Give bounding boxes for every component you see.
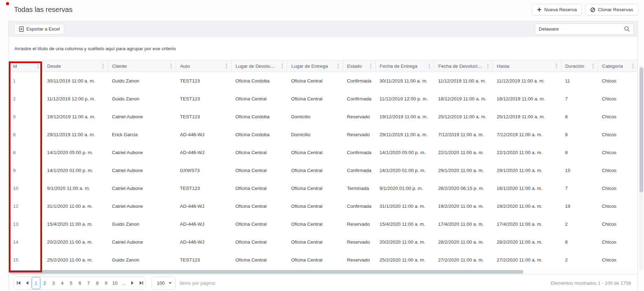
column-header-desde[interactable]: Desde⋮	[43, 60, 108, 72]
cell-hasta: 16/1/2020 11:00 a. m.	[492, 179, 561, 197]
cell-id: 8	[9, 144, 43, 161]
first-page-button[interactable]	[14, 277, 23, 289]
vertical-scrollbar-thumb[interactable]	[639, 67, 643, 192]
more-pages-button[interactable]: ...	[119, 277, 128, 289]
column-header-lugar-de-entrega[interactable]: Lugar de Entrega⋮	[287, 60, 343, 72]
column-header-duracion[interactable]: Duración⋮	[561, 60, 598, 72]
cell-hasta: 27/2/2020 11:00 a. m.	[492, 251, 561, 269]
column-header-label: Auto	[180, 64, 190, 69]
pagination-bar: 12345678910... 100 Items por página: Ele…	[9, 275, 637, 291]
page-button[interactable]: 9	[102, 277, 110, 289]
column-menu-icon[interactable]: ⋮	[101, 63, 106, 69]
search-input[interactable]	[539, 26, 621, 32]
column-header-label: Fecha de Entrega	[380, 64, 417, 69]
page-button[interactable]: 2	[40, 277, 49, 289]
cell-hasta: 19/2/2020 11:00 a. m.	[492, 197, 561, 215]
cell-hasta: 22/1/2020 11:00 a. m.	[492, 144, 561, 161]
cell-desde: 15/4/2020 11:00 a. m.	[43, 215, 108, 233]
cell-categoria: Chicos	[598, 72, 637, 90]
last-page-button[interactable]	[137, 277, 146, 289]
reservation-id-link[interactable]: 9	[13, 168, 16, 173]
column-menu-icon[interactable]: ⋮	[36, 63, 41, 69]
cell-lugar-de-devolu: Oficina Central	[231, 251, 287, 269]
reservation-id-link[interactable]: 6	[13, 132, 16, 137]
column-menu-icon[interactable]: ⋮	[554, 63, 559, 69]
cell-estado: Confirmada	[343, 144, 375, 161]
reservation-id-link[interactable]: 10	[13, 186, 18, 191]
next-page-button[interactable]	[128, 277, 137, 289]
cell-auto: TEST123	[176, 90, 231, 108]
cell-lugar-de-entrega: Oficina Central	[287, 144, 343, 161]
reservation-id-link[interactable]: 2	[13, 96, 16, 101]
clone-reservations-button[interactable]: Clonar Reservas	[585, 4, 638, 15]
reservation-id-link[interactable]: 12	[13, 204, 18, 209]
reservation-id-link[interactable]: 5	[13, 114, 16, 119]
reservation-id-link[interactable]: 13	[13, 221, 18, 227]
column-header-estado[interactable]: Estado⋮	[343, 60, 375, 72]
cell-cliente: Catriel Aubone	[108, 233, 176, 251]
page-button[interactable]: 7	[84, 277, 93, 289]
column-menu-icon[interactable]: ⋮	[427, 63, 432, 69]
new-reservation-button[interactable]: Nueva Reserva	[532, 4, 582, 15]
cell-cliente: Guido Zanon	[108, 251, 176, 269]
reservation-id-link[interactable]: 1	[13, 78, 16, 84]
column-header-label: Fecha de Devoluci…	[438, 64, 482, 69]
page-button[interactable]: 10	[110, 277, 119, 289]
cell-lugar-de-devolu: Oficina Central	[231, 179, 287, 197]
page-button[interactable]: 5	[67, 277, 75, 289]
column-menu-icon[interactable]: ⋮	[485, 63, 490, 69]
column-header-categoria[interactable]: Categoría⋮	[598, 60, 637, 72]
page-button[interactable]: 4	[58, 277, 67, 289]
reservation-id-link[interactable]: 8	[13, 150, 16, 155]
cell-desde: 31/1/2020 11:00 a. m.	[43, 197, 108, 215]
column-menu-icon[interactable]: ⋮	[280, 63, 285, 69]
page-button[interactable]: 8	[93, 277, 102, 289]
column-header-cliente[interactable]: Cliente⋮	[108, 60, 176, 72]
column-header-fecha-de-entrega[interactable]: Fecha de Entrega⋮	[375, 60, 434, 72]
search-icon[interactable]	[624, 26, 630, 32]
column-header-id[interactable]: Id⋮	[9, 60, 43, 72]
grid-toolbar: Exportar a Excel	[9, 21, 637, 37]
cell-auto: AD-446-WJ	[176, 144, 231, 161]
cell-duracion: 8	[561, 233, 598, 251]
cell-duracion: 7	[561, 179, 598, 197]
cell-categoria: Chicos	[598, 108, 637, 126]
reservation-id-link[interactable]: 15	[13, 257, 18, 263]
column-header-hasta[interactable]: Hasta⋮	[492, 60, 561, 72]
horizontal-scrollbar-thumb[interactable]	[9, 270, 523, 274]
topbar: Todas las reservas Nueva Reserva Clonar …	[0, 0, 644, 21]
column-header-lugar-de-devolu[interactable]: Lugar de Devolu…⋮	[231, 60, 287, 72]
column-menu-icon[interactable]: ⋮	[368, 63, 373, 69]
previous-page-button[interactable]	[23, 277, 32, 289]
cell-lugar-de-devolu: Oficina Cordoba	[231, 108, 287, 126]
cell-id: 12	[9, 197, 43, 215]
table-row: 1525/2/2020 11:00 a. m.Guido ZanonTEST12…	[9, 251, 637, 269]
page-button[interactable]: 3	[49, 277, 58, 289]
column-menu-icon[interactable]: ⋮	[630, 63, 635, 69]
cell-cliente: Catriel Aubone	[108, 179, 176, 197]
page-size-select[interactable]: 100	[152, 277, 175, 290]
first-page-icon	[17, 281, 18, 285]
column-header-auto[interactable]: Auto⋮	[176, 60, 231, 72]
cell-fecha-de-entrega: 15/4/2020 11:00 a. m.	[375, 215, 434, 233]
cell-lugar-de-entrega: Oficina Central	[287, 215, 343, 233]
search-box	[535, 24, 634, 35]
cell-cliente: Catriel Aubone	[108, 144, 176, 161]
cell-auto: TEST123	[176, 108, 231, 126]
column-menu-icon[interactable]: ⋮	[336, 63, 341, 69]
cell-fecha-de-entrega: 25/2/2020 11:00 a. m.	[375, 251, 434, 269]
page-size-value: 100	[157, 280, 165, 286]
page-title: Todas las reservas	[14, 6, 73, 14]
cell-desde: 20/2/2020 11:00 a. m.	[43, 233, 108, 251]
page-button[interactable]: 6	[75, 277, 84, 289]
cell-categoria: Chicos	[598, 251, 637, 269]
export-excel-button[interactable]: Exportar a Excel	[14, 24, 64, 34]
column-menu-icon[interactable]: ⋮	[591, 63, 596, 69]
cell-fecha-de-devoluci: 7/12/2019 11:00 a. m.	[434, 126, 492, 144]
table-row: 1315/4/2020 11:00 a. m.Guido ZanonAD-446…	[9, 215, 637, 233]
reservation-id-link[interactable]: 14	[13, 239, 18, 245]
column-header-fecha-de-devoluci[interactable]: Fecha de Devoluci…⋮	[434, 60, 492, 72]
column-menu-icon[interactable]: ⋮	[169, 63, 174, 69]
column-menu-icon[interactable]: ⋮	[224, 63, 229, 69]
current-page-button[interactable]: 1	[32, 277, 40, 289]
